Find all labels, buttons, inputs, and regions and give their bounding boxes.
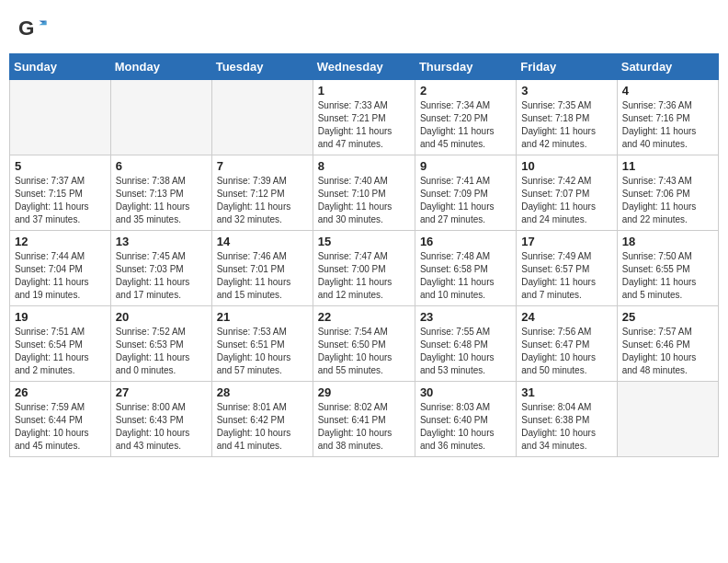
calendar-cell <box>110 80 211 155</box>
calendar-cell: 31Sunrise: 8:04 AM Sunset: 6:38 PM Dayli… <box>517 382 617 457</box>
day-info: Sunrise: 7:34 AM Sunset: 7:20 PM Dayligh… <box>420 99 511 151</box>
day-info: Sunrise: 7:42 AM Sunset: 7:07 PM Dayligh… <box>521 175 611 226</box>
calendar-table: SundayMondayTuesdayWednesdayThursdayFrid… <box>9 53 719 457</box>
day-number: 8 <box>318 159 410 173</box>
day-number: 12 <box>15 235 106 248</box>
day-info: Sunrise: 7:52 AM Sunset: 6:53 PM Dayligh… <box>116 326 207 377</box>
day-number: 23 <box>420 310 511 324</box>
calendar-cell: 17Sunrise: 7:49 AM Sunset: 6:57 PM Dayli… <box>517 231 617 306</box>
day-info: Sunrise: 7:48 AM Sunset: 6:58 PM Dayligh… <box>420 250 511 302</box>
day-number: 18 <box>622 235 713 248</box>
calendar-cell: 20Sunrise: 7:52 AM Sunset: 6:53 PM Dayli… <box>110 306 211 382</box>
day-number: 14 <box>217 235 308 248</box>
calendar-cell: 18Sunrise: 7:50 AM Sunset: 6:55 PM Dayli… <box>617 231 718 306</box>
day-number: 15 <box>318 235 410 248</box>
calendar-cell: 4Sunrise: 7:36 AM Sunset: 7:16 PM Daylig… <box>617 80 718 155</box>
calendar-cell: 25Sunrise: 7:57 AM Sunset: 6:46 PM Dayli… <box>617 306 718 382</box>
day-info: Sunrise: 7:39 AM Sunset: 7:12 PM Dayligh… <box>217 175 308 226</box>
day-number: 27 <box>116 385 207 399</box>
day-info: Sunrise: 7:45 AM Sunset: 7:03 PM Dayligh… <box>116 250 207 302</box>
day-number: 25 <box>622 310 713 324</box>
calendar-cell: 19Sunrise: 7:51 AM Sunset: 6:54 PM Dayli… <box>10 306 111 382</box>
day-header-thursday: Thursday <box>415 54 516 80</box>
day-number: 28 <box>217 385 308 399</box>
calendar-cell: 13Sunrise: 7:45 AM Sunset: 7:03 PM Dayli… <box>110 231 211 306</box>
day-number: 10 <box>521 159 611 173</box>
day-info: Sunrise: 8:00 AM Sunset: 6:43 PM Dayligh… <box>116 401 207 453</box>
day-info: Sunrise: 7:54 AM Sunset: 6:50 PM Dayligh… <box>318 326 410 377</box>
calendar-cell: 11Sunrise: 7:43 AM Sunset: 7:06 PM Dayli… <box>617 155 718 231</box>
day-number: 3 <box>521 84 611 98</box>
calendar-cell: 10Sunrise: 7:42 AM Sunset: 7:07 PM Dayli… <box>517 155 617 231</box>
calendar-cell: 5Sunrise: 7:37 AM Sunset: 7:15 PM Daylig… <box>10 155 111 231</box>
day-info: Sunrise: 7:40 AM Sunset: 7:10 PM Dayligh… <box>318 175 410 226</box>
day-info: Sunrise: 7:38 AM Sunset: 7:13 PM Dayligh… <box>116 175 207 226</box>
week-row-2: 12Sunrise: 7:44 AM Sunset: 7:04 PM Dayli… <box>10 231 719 306</box>
day-info: Sunrise: 7:46 AM Sunset: 7:01 PM Dayligh… <box>217 250 308 302</box>
day-number: 26 <box>15 385 106 399</box>
calendar-cell: 26Sunrise: 7:59 AM Sunset: 6:44 PM Dayli… <box>10 382 111 457</box>
calendar-cell: 28Sunrise: 8:01 AM Sunset: 6:42 PM Dayli… <box>211 382 313 457</box>
day-header-wednesday: Wednesday <box>313 54 415 80</box>
week-row-3: 19Sunrise: 7:51 AM Sunset: 6:54 PM Dayli… <box>10 306 719 382</box>
week-row-0: 1Sunrise: 7:33 AM Sunset: 7:21 PM Daylig… <box>10 80 719 155</box>
calendar-cell: 22Sunrise: 7:54 AM Sunset: 6:50 PM Dayli… <box>313 306 415 382</box>
day-info: Sunrise: 8:03 AM Sunset: 6:40 PM Dayligh… <box>420 401 511 453</box>
logo: G <box>18 15 51 44</box>
day-number: 7 <box>217 159 308 173</box>
day-info: Sunrise: 7:53 AM Sunset: 6:51 PM Dayligh… <box>217 326 308 377</box>
day-info: Sunrise: 8:04 AM Sunset: 6:38 PM Dayligh… <box>521 401 611 453</box>
day-number: 2 <box>420 84 511 98</box>
day-header-saturday: Saturday <box>617 54 718 80</box>
calendar-cell: 2Sunrise: 7:34 AM Sunset: 7:20 PM Daylig… <box>415 80 516 155</box>
day-info: Sunrise: 7:55 AM Sunset: 6:48 PM Dayligh… <box>420 326 511 377</box>
day-number: 6 <box>116 159 207 173</box>
calendar-cell: 8Sunrise: 7:40 AM Sunset: 7:10 PM Daylig… <box>313 155 415 231</box>
calendar-cell: 14Sunrise: 7:46 AM Sunset: 7:01 PM Dayli… <box>211 231 313 306</box>
day-header-monday: Monday <box>110 54 211 80</box>
day-info: Sunrise: 7:51 AM Sunset: 6:54 PM Dayligh… <box>15 326 106 377</box>
calendar-cell: 23Sunrise: 7:55 AM Sunset: 6:48 PM Dayli… <box>415 306 516 382</box>
calendar-cell: 9Sunrise: 7:41 AM Sunset: 7:09 PM Daylig… <box>415 155 516 231</box>
calendar-cell <box>211 80 313 155</box>
day-number: 17 <box>521 235 611 248</box>
day-number: 19 <box>15 310 106 324</box>
day-header-sunday: Sunday <box>10 54 111 80</box>
calendar-cell: 30Sunrise: 8:03 AM Sunset: 6:40 PM Dayli… <box>415 382 516 457</box>
logo-icon: G <box>18 15 48 44</box>
calendar-cell: 6Sunrise: 7:38 AM Sunset: 7:13 PM Daylig… <box>110 155 211 231</box>
day-info: Sunrise: 7:36 AM Sunset: 7:16 PM Dayligh… <box>622 99 713 151</box>
calendar-cell: 3Sunrise: 7:35 AM Sunset: 7:18 PM Daylig… <box>517 80 617 155</box>
day-number: 5 <box>15 159 106 173</box>
calendar-cell <box>617 382 718 457</box>
day-info: Sunrise: 8:02 AM Sunset: 6:41 PM Dayligh… <box>318 401 410 453</box>
calendar-cell: 29Sunrise: 8:02 AM Sunset: 6:41 PM Dayli… <box>313 382 415 457</box>
calendar-cell: 15Sunrise: 7:47 AM Sunset: 7:00 PM Dayli… <box>313 231 415 306</box>
day-info: Sunrise: 7:47 AM Sunset: 7:00 PM Dayligh… <box>318 250 410 302</box>
calendar-cell: 21Sunrise: 7:53 AM Sunset: 6:51 PM Dayli… <box>211 306 313 382</box>
day-info: Sunrise: 7:35 AM Sunset: 7:18 PM Dayligh… <box>521 99 611 151</box>
svg-text:G: G <box>18 17 34 40</box>
day-header-tuesday: Tuesday <box>211 54 313 80</box>
day-number: 9 <box>420 159 511 173</box>
day-info: Sunrise: 7:57 AM Sunset: 6:46 PM Dayligh… <box>622 326 713 377</box>
day-info: Sunrise: 7:43 AM Sunset: 7:06 PM Dayligh… <box>622 175 713 226</box>
calendar-cell: 24Sunrise: 7:56 AM Sunset: 6:47 PM Dayli… <box>517 306 617 382</box>
page-header: G <box>0 0 728 53</box>
days-header-row: SundayMondayTuesdayWednesdayThursdayFrid… <box>10 54 719 80</box>
day-info: Sunrise: 8:01 AM Sunset: 6:42 PM Dayligh… <box>217 401 308 453</box>
day-number: 29 <box>318 385 410 399</box>
calendar-cell: 12Sunrise: 7:44 AM Sunset: 7:04 PM Dayli… <box>10 231 111 306</box>
day-number: 20 <box>116 310 207 324</box>
calendar-cell: 16Sunrise: 7:48 AM Sunset: 6:58 PM Dayli… <box>415 231 516 306</box>
day-info: Sunrise: 7:33 AM Sunset: 7:21 PM Dayligh… <box>318 99 410 151</box>
calendar-cell <box>10 80 111 155</box>
day-info: Sunrise: 7:56 AM Sunset: 6:47 PM Dayligh… <box>521 326 611 377</box>
day-info: Sunrise: 7:41 AM Sunset: 7:09 PM Dayligh… <box>420 175 511 226</box>
day-number: 24 <box>521 310 611 324</box>
day-info: Sunrise: 7:37 AM Sunset: 7:15 PM Dayligh… <box>15 175 106 226</box>
day-number: 31 <box>521 385 611 399</box>
day-number: 22 <box>318 310 410 324</box>
day-number: 16 <box>420 235 511 248</box>
calendar-cell: 7Sunrise: 7:39 AM Sunset: 7:12 PM Daylig… <box>211 155 313 231</box>
